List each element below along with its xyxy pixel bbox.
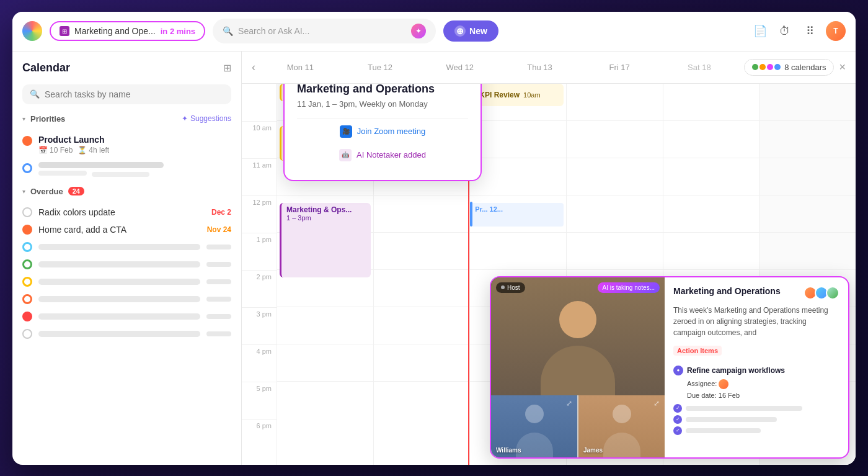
task-dot-orange3	[22, 294, 32, 304]
skeleton-bar	[92, 172, 149, 177]
task-product-launch[interactable]: Product Launch 📅 10 Feb ⏳ 4h left	[22, 131, 231, 158]
time-1300: 1 pm	[242, 233, 277, 270]
check-icon-3: ✓	[673, 426, 682, 435]
thumb-label-2: James	[583, 447, 603, 454]
time-1200: 12 pm	[242, 195, 277, 233]
new-button-label: New	[469, 26, 487, 36]
vpanel-check-1: ✓	[673, 404, 839, 413]
event-time: 10am	[523, 91, 541, 99]
ai-action-label: AI Notetaker added	[356, 150, 426, 159]
time-1500: 3 pm	[242, 307, 277, 344]
due-label: Due date:	[687, 392, 717, 399]
video-thumbnails: Williams ⤢ James ⤢	[491, 395, 665, 457]
new-button[interactable]: ⊕ New	[443, 20, 498, 42]
skeleton-text-6	[38, 331, 200, 337]
task-status-dot	[22, 136, 32, 146]
cal-dot-orange	[760, 64, 766, 70]
time-1700: 5 pm	[242, 382, 277, 419]
skeleton-date-2	[206, 262, 231, 267]
day-label-mon: Mon 11	[260, 63, 340, 72]
time-column: 10 am 11 am 12 pm 1 pm 2 pm 3 pm 4 pm 5 …	[242, 84, 277, 465]
nav-left-icon[interactable]: ‹	[252, 61, 255, 74]
overdue-task-name-1: Radix colors update	[38, 207, 205, 217]
check-icon-2: ✓	[673, 415, 682, 424]
day-label-sat: Sat 18	[660, 63, 740, 72]
skeleton-date	[206, 245, 231, 249]
assignee-label: Assignee:	[687, 379, 717, 387]
sidebar-title: Calendar	[22, 61, 70, 74]
search-icon: 🔍	[223, 26, 233, 36]
document-icon[interactable]: 📄	[751, 22, 769, 40]
plus-icon: ⊕	[454, 25, 466, 37]
overdue-task-8	[22, 325, 231, 343]
check-bar-1	[686, 406, 802, 411]
overdue-task-1[interactable]: Radix colors update Dec 2	[22, 204, 231, 221]
day-label-thu: Thu 13	[500, 63, 580, 72]
overdue-date-1: Dec 2	[211, 208, 231, 217]
ai-notetaker-action[interactable]: 🤖 AI Notetaker added	[297, 144, 468, 168]
video-person-main	[491, 277, 665, 395]
time-1100: 11 am	[242, 158, 277, 195]
day-col-mon: Weekly Priorities Weekly Sync 11:00am Ma…	[277, 84, 373, 465]
timer-icon[interactable]: ⏱	[776, 22, 794, 40]
popup-date: 11 Jan, 1 – 3pm, Weekly on Monday	[297, 99, 468, 109]
task-dot-cyan	[22, 242, 32, 252]
search-magnifier-icon: 🔍	[30, 89, 40, 99]
task-circle-empty	[22, 207, 32, 217]
event-kpi[interactable]: KPI Review 10am	[472, 84, 564, 106]
expand-icon-2[interactable]: ⤢	[653, 399, 660, 408]
vpanel-check-2: ✓	[673, 415, 839, 424]
task-dot-empty2	[22, 329, 32, 339]
skeleton-text	[38, 244, 200, 250]
event-pill[interactable]: Marketing and Ope... in 2 mins	[50, 21, 205, 41]
vpanel-title: Marketing and Operations	[673, 286, 781, 296]
video-thumb-james: James ⤢	[578, 395, 665, 457]
event-priority-inline[interactable]: Pr... 12...	[471, 203, 564, 227]
task-skeleton-1	[22, 158, 231, 182]
assignee-avatar	[719, 379, 728, 389]
video-panel: Host AI is taking notes... Williams ⤢	[490, 276, 849, 459]
grid-icon[interactable]: ⠿	[801, 22, 818, 40]
calendars-pill[interactable]: 8 calendars	[744, 59, 834, 76]
ai-sparkle-icon[interactable]: ✦	[411, 24, 426, 38]
event-pill-text: Marketing and Ope...	[74, 26, 156, 36]
overdue-date-2: Nov 24	[207, 225, 231, 234]
calendar-icon: 📅	[38, 146, 48, 155]
event-time: 1 – 3pm	[286, 214, 366, 222]
cal-dot-green	[752, 64, 758, 70]
overdue-task-2[interactable]: Home card, add a CTA Nov 24	[22, 221, 231, 238]
skeleton-date-3	[206, 279, 231, 284]
vpanel-avatar-3	[826, 286, 839, 300]
video-main-feed: Host AI is taking notes...	[491, 277, 665, 395]
zoom-action[interactable]: 🎥 Join Zoom meeting	[297, 119, 468, 144]
overdue-task-name-2: Home card, add a CTA	[38, 225, 201, 235]
day-label-wed: Wed 12	[420, 63, 500, 72]
close-icon[interactable]: ×	[839, 61, 846, 74]
thumb-label-1: Williams	[496, 447, 521, 454]
skeleton-text-3	[38, 279, 200, 285]
calendar-area: ‹ Mon 11 Tue 12 Wed 12 Thu 13 Fri 17 Sat…	[242, 52, 856, 465]
task-search-wrap[interactable]: 🔍	[22, 84, 231, 104]
skeleton-line	[38, 162, 164, 168]
vpanel-due-date: Due date: 16 Feb	[673, 392, 839, 399]
sidebar-collapse-icon[interactable]: ⊞	[223, 62, 231, 74]
task-dot-red	[22, 312, 32, 321]
video-left-panel: Host AI is taking notes... Williams ⤢	[491, 277, 665, 457]
expand-icon-1[interactable]: ⤢	[566, 399, 572, 408]
sidebar: Calendar ⊞ 🔍 ▾ Priorities ✦ Suggestions	[12, 52, 242, 465]
cal-dot-blue	[774, 64, 781, 70]
user-avatar[interactable]: T	[826, 21, 846, 41]
app-logo	[22, 21, 42, 41]
priorities-section-header[interactable]: ▾ Priorities ✦ Suggestions	[22, 114, 231, 123]
global-search-bar[interactable]: 🔍 Search or Ask AI... ✦	[213, 19, 436, 43]
overdue-task-7	[22, 308, 231, 325]
task-search-input[interactable]	[45, 89, 224, 99]
day-label-tue: Tue 12	[340, 63, 420, 72]
ai-notetaker-icon: 🤖	[339, 149, 352, 161]
skeleton-text-2	[38, 261, 200, 267]
event-marketing-ops[interactable]: Marketing & Ops... 1 – 3pm	[280, 203, 371, 277]
vpanel-avatars	[804, 286, 839, 300]
vpanel-check-3: ✓	[673, 426, 839, 435]
video-host-badge: Host	[496, 282, 525, 293]
overdue-section-header[interactable]: ▾ Overdue 24	[22, 187, 231, 196]
